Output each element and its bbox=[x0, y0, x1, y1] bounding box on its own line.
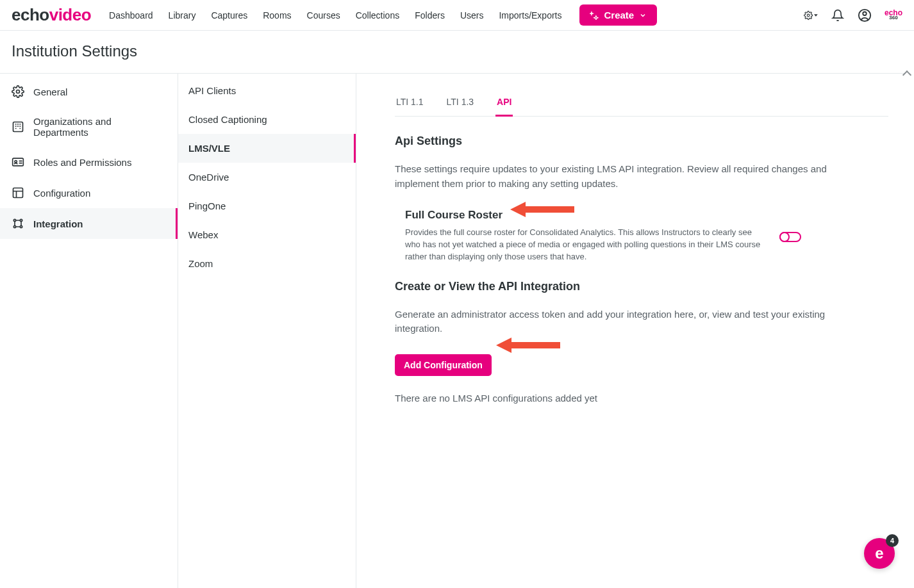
settings-nav-label: Organizations and Departments bbox=[33, 116, 166, 138]
settings-nav-orgs[interactable]: Organizations and Departments bbox=[0, 107, 178, 147]
svg-rect-7 bbox=[13, 188, 23, 198]
svg-point-2 bbox=[863, 12, 867, 15]
chat-badge: 4 bbox=[886, 534, 899, 547]
nav-courses[interactable]: Courses bbox=[307, 10, 340, 20]
settings-nav-label: General bbox=[33, 86, 67, 97]
caret-down-icon bbox=[814, 13, 818, 17]
settings-dropdown-icon[interactable] bbox=[804, 8, 818, 22]
content-columns: General Organizations and Departments Ro… bbox=[0, 74, 914, 588]
svg-rect-5 bbox=[13, 158, 24, 166]
nav-users[interactable]: Users bbox=[460, 10, 484, 20]
subnav-closed-captioning[interactable]: Closed Captioning bbox=[178, 105, 356, 134]
nav-imports-exports[interactable]: Imports/Exports bbox=[499, 10, 561, 20]
chat-bubble-icon: e bbox=[875, 544, 883, 562]
tab-lti13[interactable]: LTI 1.3 bbox=[445, 89, 476, 116]
subnav-api-clients[interactable]: API Clients bbox=[178, 76, 356, 105]
full-course-roster-label: Full Course Roster bbox=[405, 209, 767, 222]
svg-point-8 bbox=[13, 219, 15, 221]
page-title: Institution Settings bbox=[12, 42, 902, 60]
svg-point-10 bbox=[13, 225, 15, 227]
full-course-roster-text: Full Course Roster Provides the full cou… bbox=[395, 209, 767, 263]
subnav-pingone[interactable]: PingOne bbox=[178, 192, 356, 220]
settings-nav-general[interactable]: General bbox=[0, 76, 178, 107]
integration-subnav: API Clients Closed Captioning LMS/VLE On… bbox=[178, 74, 356, 588]
nav-collections[interactable]: Collections bbox=[356, 10, 399, 20]
nav-folders[interactable]: Folders bbox=[415, 10, 445, 20]
svg-point-0 bbox=[807, 14, 810, 17]
svg-point-6 bbox=[15, 161, 17, 163]
create-view-desc: Generate an administrator access token a… bbox=[395, 307, 843, 336]
id-card-icon bbox=[12, 156, 24, 168]
scrollbar[interactable] bbox=[905, 70, 914, 588]
settings-nav-label: Integration bbox=[33, 218, 83, 229]
settings-nav-config[interactable]: Configuration bbox=[0, 177, 178, 208]
svg-point-3 bbox=[17, 90, 20, 94]
tab-lti11[interactable]: LTI 1.1 bbox=[395, 89, 425, 116]
settings-nav-roles[interactable]: Roles and Permissions bbox=[0, 147, 178, 177]
full-course-roster-row: Full Course Roster Provides the full cou… bbox=[395, 209, 888, 263]
echo360-logo[interactable]: echo 360 bbox=[885, 10, 902, 20]
create-label: Create bbox=[604, 10, 634, 20]
top-nav: echovideo Dashboard Library Captures Roo… bbox=[0, 0, 914, 31]
layout-icon bbox=[12, 186, 24, 199]
brand-logo[interactable]: echovideo bbox=[12, 5, 91, 25]
arrow-annotation-add-config bbox=[496, 335, 560, 355]
chat-bubble-button[interactable]: e 4 bbox=[864, 538, 895, 569]
create-view-heading: Create or View the API Integration bbox=[395, 280, 888, 293]
bell-icon[interactable] bbox=[831, 8, 845, 22]
nav-links: Dashboard Library Captures Rooms Courses… bbox=[109, 10, 561, 20]
nav-library[interactable]: Library bbox=[169, 10, 196, 20]
nav-captures[interactable]: Captures bbox=[211, 10, 247, 20]
no-config-message: There are no LMS API configurations adde… bbox=[395, 393, 888, 404]
full-course-roster-toggle[interactable] bbox=[779, 232, 801, 242]
subnav-onedrive[interactable]: OneDrive bbox=[178, 163, 356, 192]
nav-dashboard[interactable]: Dashboard bbox=[109, 10, 153, 20]
subnav-lms-vle[interactable]: LMS/VLE bbox=[178, 134, 356, 163]
tab-api[interactable]: API bbox=[495, 89, 513, 116]
add-configuration-button[interactable]: Add Configuration bbox=[395, 354, 492, 376]
toggle-knob-icon bbox=[779, 232, 790, 242]
lms-tabs: LTI 1.1 LTI 1.3 API bbox=[395, 89, 888, 117]
main-panel: LTI 1.1 LTI 1.3 API Api Settings These s… bbox=[356, 74, 914, 588]
api-settings-heading: Api Settings bbox=[395, 135, 888, 148]
sparkle-icon bbox=[590, 11, 599, 20]
svg-marker-13 bbox=[496, 338, 560, 353]
api-settings-intro: These settings require updates to your e… bbox=[395, 162, 843, 191]
topnav-icons: echo 360 bbox=[804, 8, 902, 22]
settings-nav-label: Roles and Permissions bbox=[33, 157, 131, 168]
svg-point-11 bbox=[20, 225, 22, 227]
building-icon bbox=[12, 120, 24, 133]
svg-point-9 bbox=[20, 219, 22, 221]
create-button[interactable]: Create bbox=[579, 4, 657, 26]
settings-nav: General Organizations and Departments Ro… bbox=[0, 74, 178, 588]
brand-part1: echo bbox=[12, 5, 49, 24]
chevron-down-icon bbox=[639, 12, 647, 19]
subnav-webex[interactable]: Webex bbox=[178, 220, 356, 249]
subnav-zoom[interactable]: Zoom bbox=[178, 249, 356, 278]
settings-nav-label: Configuration bbox=[33, 188, 90, 199]
account-icon[interactable] bbox=[858, 8, 872, 22]
integration-icon bbox=[12, 217, 24, 230]
nav-rooms[interactable]: Rooms bbox=[263, 10, 291, 20]
settings-nav-integration[interactable]: Integration bbox=[0, 208, 178, 239]
gear-icon bbox=[12, 85, 24, 98]
page-title-bar: Institution Settings bbox=[0, 31, 914, 74]
brand-part2: video bbox=[49, 5, 91, 24]
full-course-roster-help: Provides the full course roster for Cons… bbox=[405, 227, 767, 263]
